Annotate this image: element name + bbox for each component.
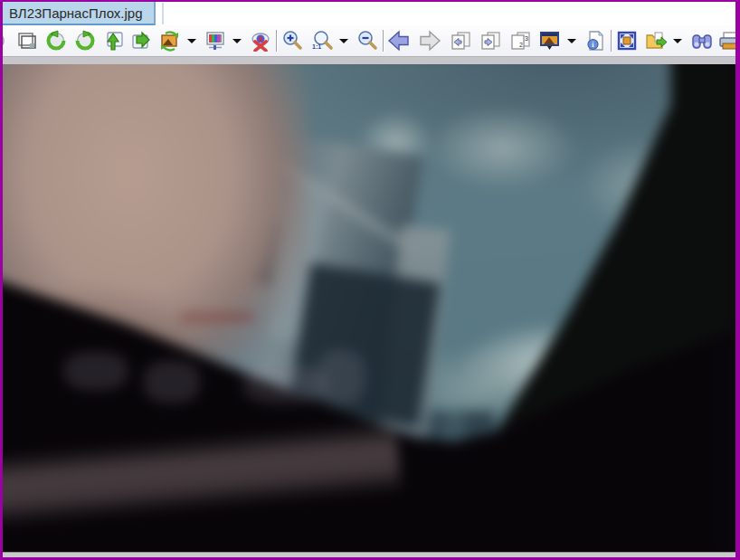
fullscreen-icon xyxy=(616,30,638,52)
toolbar: 1:1 xyxy=(3,25,735,56)
colors-dropdown-caret[interactable] xyxy=(232,39,242,43)
move-to-button[interactable] xyxy=(128,28,154,53)
rotate-right-icon xyxy=(74,30,96,52)
slideshow-button[interactable] xyxy=(537,28,563,53)
page-list-button[interactable]: 2 3 xyxy=(508,28,533,53)
zoom-in-icon xyxy=(281,30,303,52)
zoom-out-icon xyxy=(356,30,378,52)
svg-text:1:1: 1:1 xyxy=(312,43,321,50)
binoculars-icon xyxy=(690,30,714,52)
image-info-button[interactable]: i xyxy=(583,28,608,53)
open-folder-icon xyxy=(644,30,668,52)
toolbar-separator xyxy=(611,30,612,52)
image-canvas[interactable] xyxy=(3,64,735,552)
box-right-arrow-icon xyxy=(130,30,152,52)
slideshow-dropdown-caret[interactable] xyxy=(567,39,576,43)
tab-bar: ВЛ23ПарнасПлох.jpg xyxy=(3,2,735,25)
convert-image-button[interactable] xyxy=(157,28,183,53)
photo-train-pinhole xyxy=(3,64,735,552)
forward-arrow-icon xyxy=(418,30,441,52)
svg-text:3: 3 xyxy=(525,35,528,42)
crop-button[interactable] xyxy=(14,28,39,53)
rotate-left-icon xyxy=(45,30,67,52)
zoom-actual-button[interactable]: 1:1 xyxy=(309,28,335,53)
convert-image-icon xyxy=(158,30,182,52)
rotate-left-button[interactable] xyxy=(43,28,69,53)
next-page-button[interactable] xyxy=(478,28,503,53)
fullscreen-button[interactable] xyxy=(614,28,640,53)
red-eye-removal-button[interactable] xyxy=(248,28,273,53)
move-up-button[interactable] xyxy=(101,28,127,53)
zoom-in-button[interactable] xyxy=(280,28,305,53)
open-folder-button[interactable] xyxy=(643,28,669,53)
adjust-colors-button[interactable] xyxy=(203,28,228,53)
back-arrow-icon xyxy=(387,30,411,52)
photo-cloud xyxy=(425,105,579,191)
tab-filename-label: ВЛ23ПарнасПлох.jpg xyxy=(9,5,143,21)
find-button[interactable] xyxy=(689,28,715,53)
image-viewer-window: ВЛ23ПарнасПлох.jpg xyxy=(0,0,740,560)
slideshow-icon xyxy=(538,30,562,52)
toolbar-bottom-strip xyxy=(3,56,735,64)
print-button[interactable] xyxy=(718,28,735,53)
rotate-right-button[interactable] xyxy=(72,28,98,53)
convert-dropdown-caret[interactable] xyxy=(187,39,196,43)
svg-text:2: 2 xyxy=(519,42,523,48)
statusbar-strip xyxy=(3,552,735,557)
clipped-toolbar-icon[interactable] xyxy=(3,28,8,53)
zoom-actual-icon: 1:1 xyxy=(310,30,334,52)
previous-page-button[interactable] xyxy=(448,28,473,53)
next-page-icon xyxy=(479,30,502,52)
folder-dropdown-caret[interactable] xyxy=(673,39,682,43)
toolbar-separator xyxy=(276,30,277,52)
zoom-dropdown-caret[interactable] xyxy=(339,39,348,43)
printer-icon xyxy=(718,30,735,52)
colors-adjust-icon xyxy=(204,30,226,52)
crop-icon xyxy=(15,30,37,52)
box-up-arrow-icon xyxy=(103,30,125,52)
tab-divider xyxy=(162,3,164,24)
page-numbers-icon: 2 3 xyxy=(508,30,532,52)
back-button[interactable] xyxy=(386,28,412,53)
zoom-out-button[interactable] xyxy=(355,28,380,53)
toolbar-separator xyxy=(383,30,384,52)
previous-page-icon xyxy=(449,30,472,52)
tab-image-file[interactable]: ВЛ23ПарнасПлох.jpg xyxy=(3,2,156,25)
info-icon: i xyxy=(584,30,606,52)
red-eye-removal-icon xyxy=(250,30,271,52)
forward-button[interactable] xyxy=(417,28,442,53)
